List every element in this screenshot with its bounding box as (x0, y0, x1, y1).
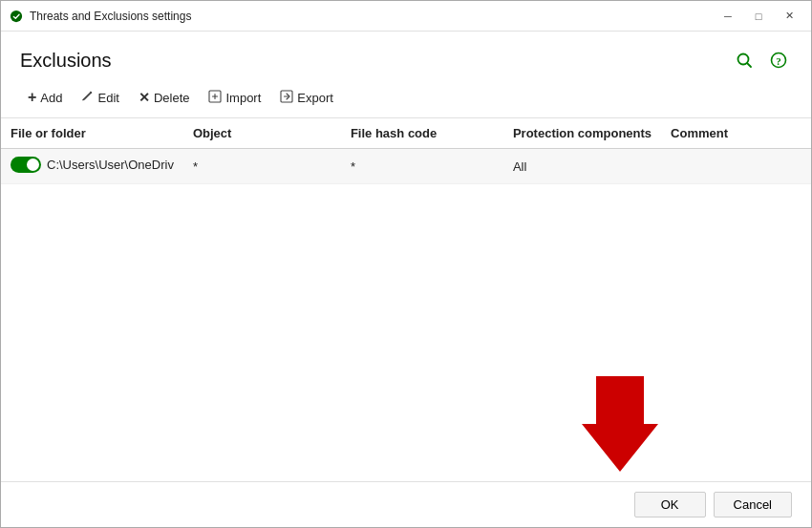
cancel-button[interactable]: Cancel (714, 492, 792, 517)
titlebar: Threats and Exclusions settings ─ □ ✕ (1, 1, 811, 32)
export-label: Export (297, 91, 333, 105)
window-controls: ─ □ ✕ (714, 7, 803, 26)
col-header-file-folder: File or folder (1, 118, 183, 149)
page-header: Exclusions ? (1, 32, 811, 81)
toggle-switch[interactable] (11, 157, 41, 173)
delete-label: Delete (154, 91, 190, 105)
add-button[interactable]: + Add (20, 85, 70, 110)
x-icon: ✕ (139, 90, 150, 105)
minimize-button[interactable]: ─ (714, 7, 742, 26)
file-folder-value: C:\Users\User\OneDriv (47, 158, 174, 172)
export-button[interactable]: Export (272, 86, 341, 110)
close-button[interactable]: ✕ (775, 7, 803, 26)
import-button[interactable]: Import (201, 86, 268, 110)
cell-file-hash-code: * (341, 149, 503, 184)
pencil-icon (81, 90, 94, 105)
edit-button[interactable]: Edit (74, 86, 126, 109)
bottom-area: OK Cancel (1, 481, 811, 527)
svg-point-0 (11, 10, 22, 21)
cell-comment (661, 149, 811, 184)
import-label: Import (225, 91, 261, 105)
app-icon (9, 9, 24, 24)
cell-protection-components: All (503, 149, 661, 184)
edit-label: Edit (97, 91, 118, 105)
svg-point-1 (738, 54, 749, 65)
toggle-container: C:\Users\User\OneDriv (11, 157, 174, 173)
svg-text:?: ? (776, 55, 781, 67)
search-button[interactable] (731, 47, 758, 74)
window-title: Threats and Exclusions settings (30, 10, 714, 23)
table-header-row: File or folder Object File hash code Pro… (1, 118, 811, 149)
protection-value: All (513, 159, 526, 174)
ok-button[interactable]: OK (634, 492, 706, 517)
table-row[interactable]: C:\Users\User\OneDriv * * All (1, 149, 811, 184)
table-container[interactable]: File or folder Object File hash code Pro… (1, 118, 811, 481)
toolbar: + Add Edit ✕ Delete (1, 81, 811, 117)
import-icon (208, 90, 222, 106)
col-header-comment: Comment (661, 118, 811, 149)
cell-file-folder: C:\Users\User\OneDriv (1, 149, 183, 184)
help-button[interactable]: ? (765, 47, 792, 74)
object-value: * (193, 159, 198, 174)
table-body: C:\Users\User\OneDriv * * All (1, 149, 811, 184)
page-title: Exclusions (20, 50, 112, 72)
hash-value: * (351, 159, 355, 174)
header-icons: ? (731, 47, 792, 74)
col-header-file-hash-code: File hash code (341, 118, 503, 149)
export-icon (280, 90, 293, 106)
col-header-object: Object (183, 118, 341, 149)
exclusions-table: File or folder Object File hash code Pro… (1, 118, 811, 184)
delete-button[interactable]: ✕ Delete (131, 86, 198, 109)
plus-icon: + (28, 89, 36, 106)
content-area: Exclusions ? + A (1, 32, 811, 527)
cell-object: * (183, 149, 341, 184)
col-header-protection-components: Protection components (503, 118, 661, 149)
add-label: Add (40, 91, 62, 105)
toggle-thumb (27, 158, 39, 171)
svg-line-2 (748, 64, 752, 68)
main-window: Threats and Exclusions settings ─ □ ✕ Ex… (0, 0, 812, 528)
maximize-button[interactable]: □ (744, 7, 773, 26)
